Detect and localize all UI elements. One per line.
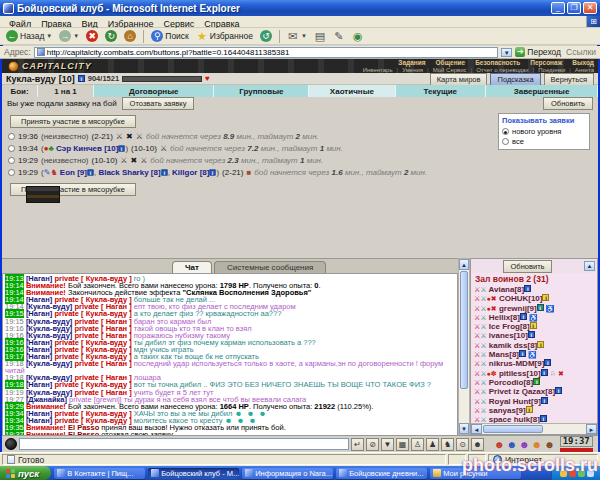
scroll-up-icon[interactable]: ▲ xyxy=(459,259,469,270)
menu-item-Правка[interactable]: Правка xyxy=(36,19,76,29)
warrior-name[interactable]: COHUK xyxy=(497,294,529,303)
scroll-right-icon[interactable]: ► xyxy=(586,424,597,434)
figure-brown-icon[interactable]: ☻ xyxy=(544,438,555,451)
battle-radio[interactable] xyxy=(8,133,15,140)
game-logo[interactable]: CAPITALCITY xyxy=(2,59,98,73)
game-menu-Задания[interactable]: Задания xyxy=(398,59,425,66)
go-button[interactable]: ➜ Переход xyxy=(515,47,561,57)
game-menu-Безопасность[interactable]: Безопасность xyxy=(475,59,520,66)
battle-player-name[interactable]: Killgor [8] xyxy=(172,168,209,177)
info-icon[interactable]: i xyxy=(537,304,544,311)
menu-item-Файл[interactable]: Файл xyxy=(4,19,36,29)
filter-option-все[interactable]: все xyxy=(502,137,586,146)
tray-icon[interactable] xyxy=(569,470,576,477)
info-icon[interactable]: i xyxy=(537,341,544,348)
warrior-name[interactable]: ivanes xyxy=(487,331,514,340)
info-icon[interactable]: i xyxy=(544,359,551,366)
tab-1 на 1[interactable]: 1 на 1 xyxy=(38,85,94,97)
ignore-icon[interactable]: ⊘ xyxy=(366,438,379,451)
battle-radio[interactable] xyxy=(8,145,15,152)
info-icon[interactable]: i xyxy=(520,313,527,320)
toolbar-print-button[interactable]: ▤ xyxy=(312,30,328,42)
figure-orange-icon[interactable]: ☻ xyxy=(532,438,543,451)
tab-Хаотичные[interactable]: Хаотичные xyxy=(309,85,395,97)
panel-horizontal-scrollbar[interactable]: ◄ ► xyxy=(471,423,597,434)
cancel-request-button[interactable]: Отозвать заявку xyxy=(122,97,195,110)
toolbar-history-button[interactable]: ↺ xyxy=(258,30,274,42)
info-icon[interactable]: i xyxy=(542,294,549,301)
address-input[interactable]: http://capitalcity.combats.com/buttons.p… xyxy=(34,47,499,58)
battle-radio[interactable] xyxy=(8,169,15,176)
warrior-name[interactable]: Mans xyxy=(487,350,510,359)
toolbar-stop-button[interactable]: ✖ xyxy=(84,30,100,42)
toolbar-favorites-button[interactable]: ★Избранное xyxy=(194,30,255,42)
header-button-Карта миров[interactable]: Карта миров xyxy=(430,73,488,86)
toolbar-mail-button[interactable]: ✉▼ xyxy=(285,30,309,42)
tab-Групповые[interactable]: Групповые xyxy=(214,85,309,97)
hscroll-thumb[interactable] xyxy=(483,425,543,433)
wheelchair-icon[interactable]: ♿ xyxy=(528,351,537,358)
restore-button[interactable]: ❐ xyxy=(567,2,581,14)
warrior-name[interactable]: pitiless xyxy=(497,369,527,378)
tab-Текущие[interactable]: Текущие xyxy=(396,85,487,97)
tray-icon[interactable] xyxy=(587,470,594,477)
warrior-name[interactable]: space hulk xyxy=(487,415,531,423)
warrior-name[interactable]: nikrus-MDM xyxy=(487,359,535,368)
radio-icon[interactable] xyxy=(502,128,509,135)
tray-icon[interactable] xyxy=(578,470,585,477)
chat-input[interactable] xyxy=(19,438,349,450)
person-icon[interactable]: ♙ xyxy=(411,438,424,451)
toolbar-search-button[interactable]: ⚲Поиск xyxy=(149,30,191,42)
figure-blue-icon[interactable]: ☻ xyxy=(507,438,518,451)
minimize-button[interactable]: _ xyxy=(551,2,565,14)
warrior-name[interactable]: Porcodio xyxy=(487,378,524,387)
tab-Завершенные[interactable]: Завершенные xyxy=(486,85,598,97)
info-icon[interactable]: i xyxy=(540,415,547,422)
figure-purple-icon[interactable]: ☻ xyxy=(519,438,530,451)
clock-icon[interactable]: ⊙ xyxy=(456,438,469,451)
menu-item-Вид[interactable]: Вид xyxy=(77,19,103,29)
chat-scrollbar[interactable]: ▲ ▼ xyxy=(458,258,470,435)
battle-radio[interactable] xyxy=(8,157,15,164)
info-icon[interactable]: i xyxy=(541,369,548,376)
ad-banner[interactable] xyxy=(26,186,60,203)
radio-icon[interactable] xyxy=(502,138,509,145)
warrior-name[interactable]: Aviana xyxy=(487,285,515,294)
info-icon[interactable]: i xyxy=(119,145,125,151)
toolbar-refresh-button[interactable]: ↻ xyxy=(103,30,119,42)
info-icon[interactable]: i xyxy=(210,169,216,175)
taskbar-window-Информация о Nага...[interactable]: Информация о Nага... xyxy=(242,468,333,479)
smiley-picker-button[interactable] xyxy=(5,438,17,450)
meatgrinder-button-top[interactable]: Принять участие в мясорубке xyxy=(10,115,136,128)
person-off-icon[interactable]: ♟ xyxy=(426,438,439,451)
info-icon[interactable]: i xyxy=(555,387,562,394)
toolbar-back-button[interactable]: ←Назад▼ xyxy=(4,30,54,42)
red-x-icon[interactable]: ✖ xyxy=(558,370,564,377)
warrior-name[interactable]: Ice Frog xyxy=(487,322,520,331)
character-name[interactable]: Кукла-вуду xyxy=(6,74,56,84)
figure-red-icon[interactable]: ☻ xyxy=(494,438,505,451)
info-icon[interactable]: i xyxy=(524,285,531,292)
links-label[interactable]: Ссылки xyxy=(566,47,596,57)
dropdown-arrow-icon[interactable]: ▼ xyxy=(301,33,307,39)
start-button[interactable]: пуск xyxy=(0,466,51,480)
scroll-thumb[interactable] xyxy=(460,271,468,389)
wheelchair-icon[interactable]: ♿ xyxy=(529,314,538,321)
battle-player-name[interactable]: Сэр Кинчев [10] xyxy=(54,144,119,153)
info-icon[interactable]: i xyxy=(87,169,93,175)
warrior-name[interactable]: Royal Hunt xyxy=(487,397,531,406)
wheelchair-icon[interactable]: ♿ xyxy=(546,305,555,312)
save-icon[interactable]: ▦ xyxy=(396,438,409,451)
info-icon[interactable]: i xyxy=(526,406,533,413)
chat-tab-Чат[interactable]: Чат xyxy=(172,261,212,273)
taskbar-window-В Контакте | Пищ...[interactable]: В Контакте | Пищ... xyxy=(54,468,145,479)
info-icon[interactable]: i xyxy=(161,169,167,175)
send-icon[interactable]: ↵ xyxy=(351,438,364,451)
filter-option-нового уровня[interactable]: нового уровня xyxy=(502,127,586,136)
battle-player-name[interactable]: Black Sharky [8] xyxy=(98,168,160,177)
header-button-Вернуться[interactable]: Вернуться xyxy=(544,73,594,86)
taskbar-window-Бойцовские дневни...[interactable]: Бойцовские дневни... xyxy=(336,468,427,479)
travel-icon[interactable]: ♞ xyxy=(441,438,454,451)
menu-item-Справка[interactable]: Справка xyxy=(199,19,244,29)
knight-icon[interactable]: ♘ xyxy=(550,370,556,377)
